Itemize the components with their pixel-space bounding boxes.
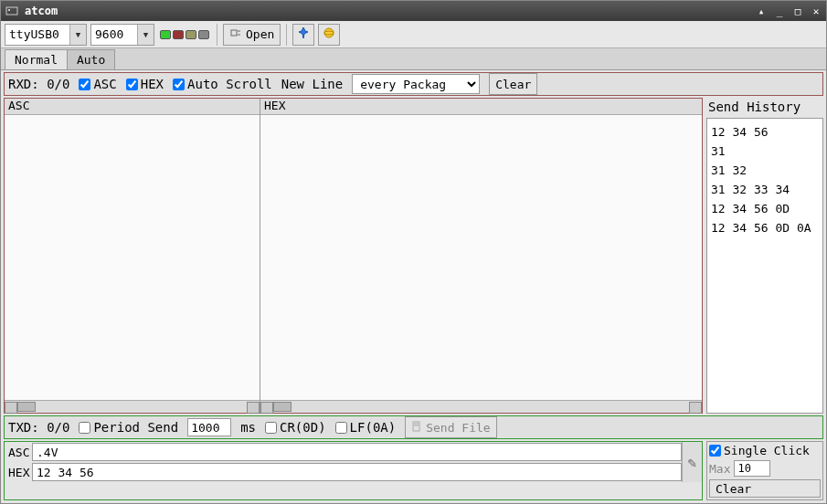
rollup-button[interactable]: ▴	[755, 5, 768, 17]
maximize-button[interactable]: □	[791, 5, 804, 17]
svg-rect-2	[231, 30, 237, 36]
pin-button[interactable]	[292, 24, 314, 46]
tab-normal[interactable]: Normal	[5, 49, 68, 69]
history-column: Send History 12 34 56 31 31 32 31 32 33 …	[706, 98, 823, 414]
send-inputs: ASC HEX ✎	[4, 441, 703, 500]
singleclick-checkbox[interactable]: Single Click	[709, 444, 821, 457]
main-area: ASC HEX Send History 12 34 56 31 31 32 3…	[4, 98, 823, 414]
chevron-down-icon[interactable]: ▼	[137, 25, 154, 45]
txd-counter: TXD: 0/0	[8, 420, 69, 435]
app-icon	[5, 4, 19, 18]
titlebar: atcom ▴ _ □ ✕	[1, 1, 826, 21]
send-icon: ✎	[688, 454, 697, 471]
asc-input-row: ASC	[5, 442, 682, 462]
send-button[interactable]: ✎	[682, 442, 702, 482]
history-item[interactable]: 12 34 56 0D	[709, 199, 821, 218]
history-item[interactable]: 31	[709, 142, 821, 161]
hex-input-row: HEX	[5, 462, 682, 482]
chevron-down-icon[interactable]: ▼	[69, 25, 86, 45]
hex-input[interactable]	[32, 463, 682, 481]
asc-input-label: ASC	[5, 446, 32, 459]
max-input[interactable]	[734, 460, 770, 477]
led-icon	[186, 30, 196, 39]
app-window: atcom ▴ _ □ ✕ ▼ ▼ Open	[0, 0, 827, 504]
globe-icon	[323, 26, 335, 42]
open-label: Open	[246, 27, 274, 41]
window-title: atcom	[25, 5, 749, 17]
period-checkbox[interactable]: Period Send	[79, 420, 178, 435]
file-icon	[411, 421, 422, 435]
separator	[217, 24, 217, 46]
separator	[286, 24, 287, 46]
autoscroll-checkbox[interactable]: Auto Scroll	[173, 77, 272, 91]
hex-pane: HEX	[260, 99, 702, 413]
history-header: Send History	[706, 98, 823, 116]
history-item[interactable]: 12 34 56	[709, 122, 821, 142]
status-leds	[158, 30, 211, 39]
max-label: Max	[709, 462, 730, 476]
history-controls: Single Click Max Clear	[706, 441, 823, 500]
sendfile-button[interactable]: Send File	[405, 416, 496, 438]
history-item[interactable]: 12 34 56 0D 0A	[709, 218, 821, 237]
clear-history-button[interactable]: Clear	[709, 479, 821, 498]
newline-label: New Line	[281, 77, 343, 91]
rx-panes: ASC HEX	[4, 98, 703, 414]
cr-checkbox[interactable]: CR(0D)	[265, 420, 326, 435]
asc-header: ASC	[5, 99, 260, 115]
history-list: 12 34 56 31 31 32 31 32 33 34 12 34 56 0…	[706, 118, 823, 414]
asc-input[interactable]	[32, 443, 682, 461]
led-icon	[160, 30, 171, 39]
led-icon	[198, 30, 209, 39]
globe-button[interactable]	[318, 24, 340, 46]
open-button[interactable]: Open	[223, 24, 281, 46]
max-row: Max	[709, 460, 821, 477]
ms-label: ms	[240, 420, 256, 435]
panes: ASC HEX	[4, 98, 703, 414]
port-input[interactable]	[5, 25, 69, 45]
asc-pane: ASC	[5, 99, 260, 413]
asc-body[interactable]	[5, 115, 260, 400]
pin-icon	[297, 26, 310, 42]
port-combo[interactable]: ▼	[5, 24, 87, 46]
clear-rx-button[interactable]: Clear	[489, 73, 537, 95]
asc-checkbox[interactable]: ASC	[79, 77, 116, 91]
hex-body[interactable]	[260, 115, 702, 400]
newline-select[interactable]: every Package	[352, 74, 480, 94]
close-button[interactable]: ✕	[810, 5, 822, 17]
history-item[interactable]: 31 32 33 34	[709, 180, 821, 199]
baud-input[interactable]	[91, 25, 137, 45]
rxd-counter: RXD: 0/0	[8, 77, 69, 91]
hex-header: HEX	[260, 99, 702, 115]
hex-checkbox[interactable]: HEX	[126, 77, 164, 91]
history-item[interactable]: 31 32	[709, 161, 821, 180]
hex-input-label: HEX	[5, 466, 32, 479]
tx-bar: TXD: 0/0 Period Send ms CR(0D) LF(0A) Se…	[4, 415, 823, 439]
plug-icon	[229, 26, 242, 42]
svg-rect-0	[6, 7, 17, 15]
rx-bar: RXD: 0/0 ASC HEX Auto Scroll New Line ev…	[4, 72, 823, 96]
minimize-button[interactable]: _	[773, 5, 786, 17]
tab-bar: Normal Auto	[1, 48, 826, 70]
led-icon	[173, 30, 184, 39]
tab-auto[interactable]: Auto	[67, 49, 115, 69]
svg-point-5	[324, 28, 334, 37]
baud-combo[interactable]: ▼	[90, 24, 154, 46]
hex-scrollbar[interactable]	[260, 400, 702, 413]
lf-checkbox[interactable]: LF(0A)	[335, 420, 397, 435]
bottom-row: ASC HEX ✎ Single Click Max Clea	[4, 441, 823, 500]
svg-rect-1	[8, 9, 10, 11]
asc-scrollbar[interactable]	[5, 400, 260, 413]
period-input[interactable]	[187, 418, 231, 436]
toolbar: ▼ ▼ Open	[1, 21, 826, 48]
